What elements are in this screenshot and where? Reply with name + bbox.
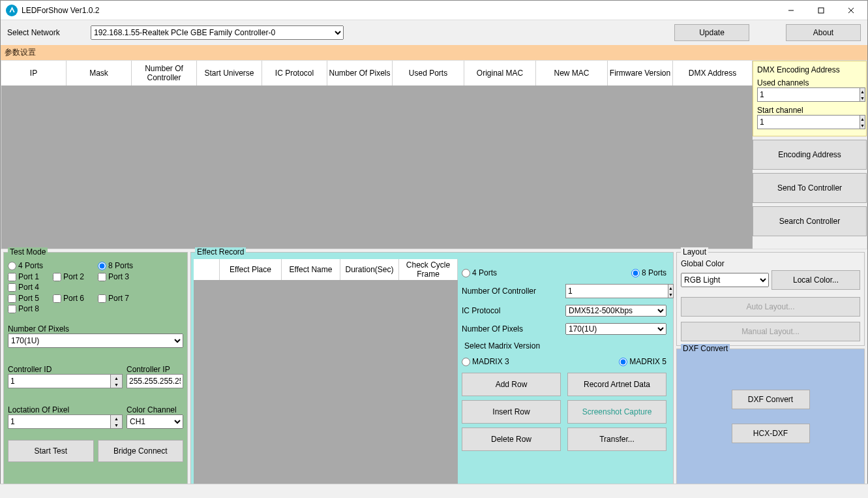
search-controller-button[interactable]: Search Controller <box>753 206 867 236</box>
effect-record-panel: Effect Record Effect Place Effect Name D… <box>190 252 674 488</box>
svg-rect-1 <box>818 8 824 13</box>
global-color-select[interactable]: RGB Light <box>681 273 769 287</box>
bridge-connect-button[interactable]: Bridge Connect <box>98 440 184 462</box>
col-ip: IP <box>1 61 67 86</box>
hcx-dxf-button[interactable]: HCX-DXF <box>732 424 810 443</box>
toolbar: Select Network 192.168.1.55-Realtek PCIe… <box>1 20 867 45</box>
start-channel-input[interactable]: ▲▼ <box>757 115 862 129</box>
params-title: 参数设置 <box>1 45 867 60</box>
dmx-panel: DMX Encoding Address Used channels ▲▼ St… <box>753 61 867 249</box>
col-mask: Mask <box>67 61 132 86</box>
col-original-mac: Original MAC <box>464 61 536 86</box>
col-effect-place: Effect Place <box>220 259 282 280</box>
num-pixels-label: Number Of Pixels <box>8 324 183 334</box>
controller-id-label: Controller ID <box>8 365 123 374</box>
madrix-version-label: Select Madrix Version <box>464 341 666 350</box>
statusbar <box>0 484 868 498</box>
app-icon <box>6 5 18 16</box>
col-firmware: Firmware Version <box>608 61 673 86</box>
params-area: IP Mask Number Of Controller Start Unive… <box>1 60 867 249</box>
color-channel-label: Color Channel <box>127 405 183 414</box>
col-ic-protocol: IC Protocol <box>262 61 327 86</box>
col-effect-name: Effect Name <box>282 259 340 280</box>
col-check-cycle: Check Cycle Frame <box>399 259 458 280</box>
effect-record-title: Effect Record <box>195 247 246 257</box>
effect-table: Effect Place Effect Name Duration(Sec) C… <box>194 259 458 485</box>
update-button[interactable]: Update <box>674 24 749 41</box>
col-start-universe: Start Universe <box>197 61 262 86</box>
start-test-button[interactable]: Start Test <box>8 440 94 462</box>
send-to-controller-button[interactable]: Send To Controller <box>753 173 867 203</box>
chk-port6[interactable]: Port 6 <box>53 294 97 303</box>
manual-layout-button[interactable]: Manual Layout... <box>681 322 860 341</box>
record-artnet-button[interactable]: Record Artnet Data <box>567 373 666 396</box>
num-controller-input[interactable]: ▲▼ <box>565 284 666 298</box>
encoding-address-button[interactable]: Encoding Address <box>753 140 867 170</box>
col-used-ports: Used Ports <box>393 61 464 86</box>
spin-down-icon[interactable]: ▼ <box>860 122 865 129</box>
test-mode-panel: Test Mode 4 Ports 8 Ports Port 1 Port 2 … <box>3 252 188 488</box>
ic-protocol-label: IC Protocol <box>462 306 560 315</box>
screenshot-capture-button[interactable]: Screenshot Capture <box>567 400 666 424</box>
local-color-button[interactable]: Local Color... <box>771 270 860 290</box>
auto-layout-button[interactable]: Auto Layout... <box>681 297 860 317</box>
spin-down-icon[interactable]: ▼ <box>860 95 865 101</box>
chk-port5[interactable]: Port 5 <box>8 294 52 303</box>
params-table: IP Mask Number Of Controller Start Unive… <box>1 61 753 249</box>
col-num-pixels: Number Of Pixels <box>327 61 393 86</box>
maximize-button[interactable] <box>806 1 836 20</box>
controller-id-input[interactable]: ▲▼ <box>8 374 123 388</box>
layout-title: Layout <box>681 247 708 257</box>
col-num-controller: Number Of Controller <box>132 61 197 86</box>
used-channels-input[interactable]: ▲▼ <box>757 87 862 102</box>
chk-port4[interactable]: Port 4 <box>8 283 52 292</box>
dmx-title: DMX Encoding Address <box>757 65 862 74</box>
chk-port2[interactable]: Port 2 <box>53 272 97 281</box>
col-dmx-address: DMX Address <box>673 61 753 86</box>
col-new-mac: New MAC <box>536 61 608 86</box>
effect-num-pixels-label: Number Of Pixels <box>462 324 560 334</box>
controller-ip-label: Controller IP <box>127 365 183 374</box>
radio-8ports[interactable]: 8 Ports <box>98 261 133 270</box>
start-channel-label: Start channel <box>757 106 862 115</box>
location-pixel-input[interactable]: ▲▼ <box>8 414 123 429</box>
test-mode-title: Test Mode <box>8 247 48 257</box>
close-button[interactable] <box>836 1 866 20</box>
radio-4ports[interactable]: 4 Ports <box>8 261 43 270</box>
insert-row-button[interactable]: Insert Row <box>462 400 561 424</box>
dxf-convert-button[interactable]: DXF Convert <box>732 390 810 409</box>
effect-num-pixels-select[interactable]: 170(1U) <box>565 323 666 335</box>
network-select[interactable]: 192.168.1.55-Realtek PCIe GBE Family Con… <box>91 25 344 40</box>
add-row-button[interactable]: Add Row <box>462 373 561 396</box>
layout-panel: Layout Global Color RGB Light Local Colo… <box>676 252 865 346</box>
used-channels-label: Used channels <box>757 78 862 87</box>
col-duration: Duration(Sec) <box>340 259 399 280</box>
global-color-label: Global Color <box>681 259 860 268</box>
spin-up-icon[interactable]: ▲ <box>860 88 865 95</box>
delete-row-button[interactable]: Delete Row <box>462 428 561 451</box>
dxf-panel: DXF Convert DXF Convert HCX-DXF <box>676 349 865 488</box>
color-channel-select[interactable]: CH1 <box>127 414 183 429</box>
controller-ip-input[interactable] <box>127 374 183 388</box>
titlebar: LEDForShow Ver1.0.2 <box>1 1 867 20</box>
minimize-button[interactable] <box>776 1 806 20</box>
chk-port8[interactable]: Port 8 <box>8 304 52 313</box>
radio-madrix3[interactable]: MADRIX 3 <box>462 357 509 366</box>
effect-radio-4ports[interactable]: 4 Ports <box>462 268 497 277</box>
window-title: LEDForShow Ver1.0.2 <box>22 6 776 15</box>
chk-port1[interactable]: Port 1 <box>8 272 52 281</box>
radio-madrix5[interactable]: MADRIX 5 <box>619 357 666 366</box>
chk-port3[interactable]: Port 3 <box>98 272 142 281</box>
chk-port7[interactable]: Port 7 <box>98 294 142 303</box>
num-controller-label: Number Of Controller <box>462 287 560 296</box>
num-pixels-select[interactable]: 170(1U) <box>8 334 183 348</box>
transfer-button[interactable]: Transfer... <box>567 428 666 451</box>
select-network-label: Select Network <box>7 28 85 37</box>
ic-protocol-select[interactable]: DMX512-500Kbps <box>565 305 666 317</box>
spin-up-icon[interactable]: ▲ <box>860 116 865 122</box>
location-pixel-label: Loctation Of Pixel <box>8 405 123 414</box>
col-row-header <box>194 259 220 280</box>
dxf-title: DXF Convert <box>681 344 730 353</box>
effect-radio-8ports[interactable]: 8 Ports <box>631 268 666 277</box>
about-button[interactable]: About <box>786 24 861 41</box>
